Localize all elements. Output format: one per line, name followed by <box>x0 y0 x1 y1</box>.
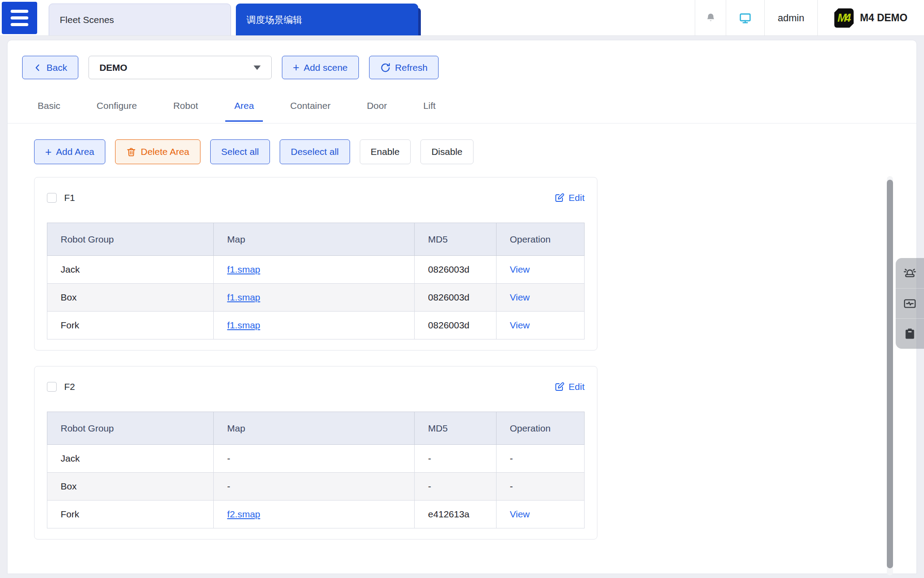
edit-label: Edit <box>569 381 585 392</box>
area-checkbox[interactable] <box>47 382 57 392</box>
view-link[interactable]: View <box>510 292 530 302</box>
alarm-tool-button[interactable] <box>896 258 924 288</box>
tab-label: Fleet Scenes <box>60 15 114 25</box>
add-area-label: Add Area <box>56 146 94 157</box>
chevron-down-icon <box>254 66 261 70</box>
column-header: MD5 <box>415 412 497 445</box>
tab-area[interactable]: Area <box>225 98 262 122</box>
edit-label: Edit <box>569 193 585 203</box>
map-link[interactable]: f1.smap <box>227 292 260 302</box>
table-header-row: Robot GroupMapMD5Operation <box>47 223 585 256</box>
cell-operation: View <box>496 312 584 339</box>
deselect-all-button[interactable]: Deselect all <box>280 139 350 164</box>
monitor-button[interactable] <box>726 0 764 36</box>
view-link[interactable]: View <box>510 320 530 330</box>
activity-monitor-icon <box>903 297 917 311</box>
area-actions: + Add Area Delete Area Select all Desele… <box>8 139 916 164</box>
cell-robot-group: Jack <box>47 256 214 284</box>
brand-name: M4 DEMO <box>860 12 907 24</box>
view-link[interactable]: View <box>510 509 530 519</box>
tab-label: 调度场景编辑 <box>246 14 302 26</box>
table-row: Jack--- <box>47 445 585 473</box>
cell-map: f1.smap <box>214 312 415 339</box>
area-table: Robot GroupMapMD5Operation Jack---Box---… <box>47 412 585 528</box>
cell-operation: View <box>496 501 584 528</box>
refresh-icon <box>380 62 391 73</box>
map-link[interactable]: f1.smap <box>227 264 260 274</box>
tab-fleet-scenes[interactable]: Fleet Scenes <box>49 4 231 36</box>
view-link[interactable]: View <box>510 264 530 274</box>
topbar-right: admin M4 M4 DEMO <box>695 0 924 36</box>
notification-button[interactable] <box>695 0 726 36</box>
cell-md5: e412613a <box>415 501 497 528</box>
tab-configure[interactable]: Configure <box>88 98 146 122</box>
area-card-header: F2 Edit <box>47 381 585 392</box>
scrollbar-thumb[interactable] <box>887 180 893 568</box>
nav-tabs: Basic Configure Robot Area Container Doo… <box>8 98 916 123</box>
map-link[interactable]: f2.smap <box>227 509 260 519</box>
enable-button[interactable]: Enable <box>360 139 411 164</box>
area-card: F1 Edit Robot GroupMapMD5Operation Jackf… <box>34 177 597 351</box>
cell-md5: - <box>415 473 497 501</box>
cell-robot-group: Fork <box>47 501 214 528</box>
enable-label: Enable <box>371 146 400 157</box>
table-row: Box--- <box>47 473 585 501</box>
select-all-label: Select all <box>221 146 259 157</box>
cell-md5: - <box>415 445 497 473</box>
cell-robot-group: Box <box>47 284 214 312</box>
main-panel: Back DEMO + Add scene Refresh Basic Conf… <box>7 40 917 574</box>
refresh-button[interactable]: Refresh <box>369 56 439 79</box>
brand-area: M4 M4 DEMO <box>817 0 924 36</box>
back-label: Back <box>46 62 67 73</box>
table-row: Jackf1.smap0826003dView <box>47 256 585 284</box>
cell-map: - <box>214 445 415 473</box>
table-row: Boxf1.smap0826003dView <box>47 284 585 312</box>
cell-map: - <box>214 473 415 501</box>
cell-operation: - <box>496 445 584 473</box>
tab-scene-editor[interactable]: 调度场景编辑 <box>236 4 418 36</box>
column-header: Map <box>214 223 415 256</box>
map-link[interactable]: f1.smap <box>227 320 260 330</box>
chevron-left-icon <box>33 63 42 72</box>
disable-label: Disable <box>431 146 462 157</box>
scene-select[interactable]: DEMO <box>89 56 272 79</box>
cell-map: f1.smap <box>214 256 415 284</box>
siren-icon <box>903 266 917 280</box>
disable-button[interactable]: Disable <box>420 139 474 164</box>
delete-area-label: Delete Area <box>141 146 189 157</box>
column-header: Map <box>214 412 415 445</box>
cell-md5: 0826003d <box>415 256 497 284</box>
monitor-activity-tool-button[interactable] <box>896 288 924 319</box>
area-checkbox[interactable] <box>47 193 57 203</box>
column-header: Robot Group <box>47 412 214 445</box>
tab-container[interactable]: Container <box>281 98 339 122</box>
m4-logo-icon: M4 <box>834 8 854 28</box>
table-row: Forkf2.smape412613aView <box>47 501 585 528</box>
floating-tool-panel <box>896 258 924 349</box>
add-scene-button[interactable]: + Add scene <box>282 56 359 79</box>
column-header: MD5 <box>415 223 497 256</box>
delete-area-button[interactable]: Delete Area <box>115 139 200 164</box>
cell-robot-group: Jack <box>47 445 214 473</box>
table-header-row: Robot GroupMapMD5Operation <box>47 412 585 445</box>
tab-lift[interactable]: Lift <box>414 98 444 122</box>
edit-button[interactable]: Edit <box>554 193 585 203</box>
tab-robot[interactable]: Robot <box>164 98 207 122</box>
user-menu[interactable]: admin <box>764 0 817 36</box>
column-header: Robot Group <box>47 223 214 256</box>
back-button[interactable]: Back <box>22 56 78 79</box>
tab-door[interactable]: Door <box>358 98 396 122</box>
cell-robot-group: Fork <box>47 312 214 339</box>
edit-button[interactable]: Edit <box>554 381 585 392</box>
tab-basic[interactable]: Basic <box>29 98 69 122</box>
cell-map: f1.smap <box>214 284 415 312</box>
area-name: F1 <box>64 193 75 203</box>
clipboard-icon <box>903 327 916 340</box>
clipboard-tool-button[interactable] <box>896 318 924 349</box>
select-all-button[interactable]: Select all <box>210 139 270 164</box>
scene-select-value: DEMO <box>100 62 127 73</box>
cell-robot-group: Box <box>47 473 214 501</box>
hamburger-menu-icon[interactable] <box>2 2 37 34</box>
deselect-all-label: Deselect all <box>291 146 339 157</box>
add-area-button[interactable]: + Add Area <box>34 139 105 164</box>
